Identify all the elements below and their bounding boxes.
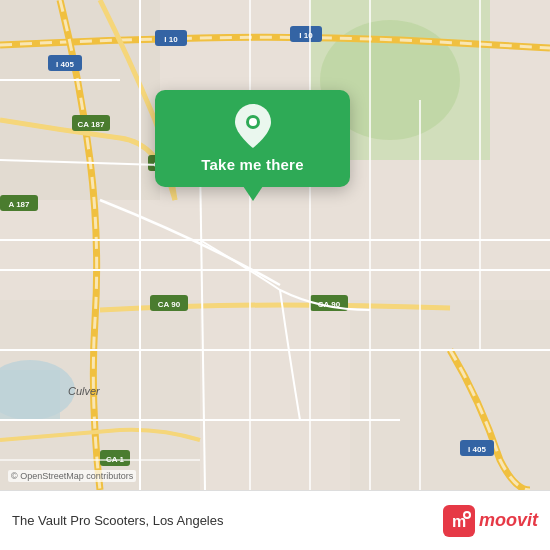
svg-text:A 187: A 187 [8,200,30,209]
svg-text:I 405: I 405 [56,60,74,69]
map-roads: I 10 I 10 I 405 I 405 CA 187 CA 187 CA 9… [0,0,550,490]
svg-text:Culver: Culver [68,385,101,397]
svg-point-47 [465,513,469,517]
svg-text:CA 90: CA 90 [158,300,181,309]
popup-label[interactable]: Take me there [201,156,303,173]
svg-text:I 10: I 10 [164,35,178,44]
svg-point-43 [249,118,257,126]
moovit-logo: m moovit [443,505,538,537]
location-text: The Vault Pro Scooters, Los Angeles [12,513,443,528]
svg-text:I 405: I 405 [468,445,486,454]
popup-card[interactable]: Take me there [155,90,350,187]
copyright-notice: © OpenStreetMap contributors [8,470,136,482]
moovit-text: moovit [479,510,538,531]
svg-text:CA 187: CA 187 [78,120,105,129]
popup-location-icon [231,104,275,148]
svg-rect-6 [350,300,550,490]
svg-line-35 [200,160,205,490]
bottom-bar: The Vault Pro Scooters, Los Angeles m mo… [0,490,550,550]
map-container[interactable]: I 10 I 10 I 405 I 405 CA 187 CA 187 CA 9… [0,0,550,490]
moovit-icon: m [443,505,475,537]
svg-text:I 10: I 10 [299,31,313,40]
